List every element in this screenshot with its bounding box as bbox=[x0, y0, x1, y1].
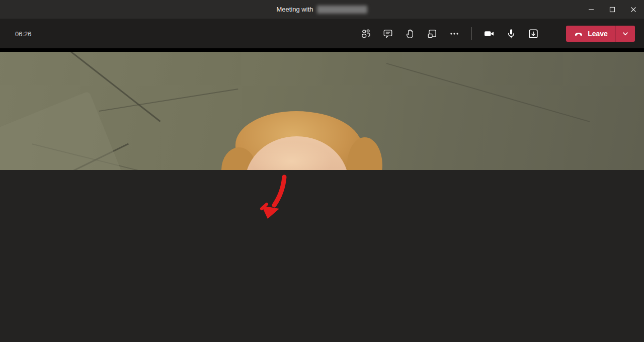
popout-window-icon bbox=[427, 28, 438, 39]
meeting-toolbar: 06:26 bbox=[0, 19, 644, 48]
wall-panel-line bbox=[99, 89, 238, 112]
leave-button-label: Leave bbox=[588, 30, 608, 38]
share-tray-icon bbox=[527, 28, 539, 40]
camera-on-icon bbox=[483, 28, 495, 40]
wall-panel-line bbox=[386, 63, 590, 122]
chat-button[interactable] bbox=[377, 24, 399, 44]
breakout-rooms-button[interactable] bbox=[421, 24, 443, 44]
maximize-icon bbox=[609, 7, 615, 13]
video-stage bbox=[0, 48, 644, 170]
minimize-icon bbox=[588, 7, 594, 13]
meeting-timer: 06:26 bbox=[15, 30, 32, 37]
raise-hand-icon bbox=[405, 28, 416, 39]
hang-up-icon bbox=[574, 29, 584, 39]
leave-options-button[interactable] bbox=[616, 26, 635, 42]
minimize-button[interactable] bbox=[581, 0, 602, 19]
participants-button[interactable] bbox=[355, 24, 377, 44]
title-bar: Meeting with bbox=[0, 0, 644, 19]
window-title-text: Meeting with bbox=[277, 6, 313, 13]
chevron-down-icon bbox=[622, 30, 629, 37]
maximize-button[interactable] bbox=[602, 0, 623, 19]
close-button[interactable] bbox=[623, 0, 644, 19]
more-ellipsis-icon bbox=[449, 28, 460, 39]
close-share-tray-button[interactable] bbox=[522, 24, 544, 44]
participant-video bbox=[0, 52, 644, 170]
wall-panel-highlight bbox=[0, 91, 123, 170]
forehead-highlight bbox=[252, 141, 332, 170]
close-icon bbox=[630, 7, 636, 13]
window-title: Meeting with bbox=[277, 6, 368, 14]
microphone-button[interactable] bbox=[500, 24, 522, 44]
toolbar-divider bbox=[471, 27, 472, 40]
camera-button[interactable] bbox=[478, 24, 500, 44]
redacted-participant-name bbox=[317, 6, 367, 14]
microphone-on-icon bbox=[505, 28, 517, 40]
chat-icon bbox=[382, 28, 393, 39]
leave-button[interactable]: Leave bbox=[566, 26, 615, 42]
window-controls bbox=[581, 0, 644, 19]
more-actions-button[interactable] bbox=[443, 24, 465, 44]
raise-hand-button[interactable] bbox=[399, 24, 421, 44]
share-tray: Include computer sound Desktop Window Wh… bbox=[0, 170, 644, 342]
leave-button-group: Leave bbox=[566, 26, 635, 42]
participants-icon bbox=[360, 28, 371, 39]
